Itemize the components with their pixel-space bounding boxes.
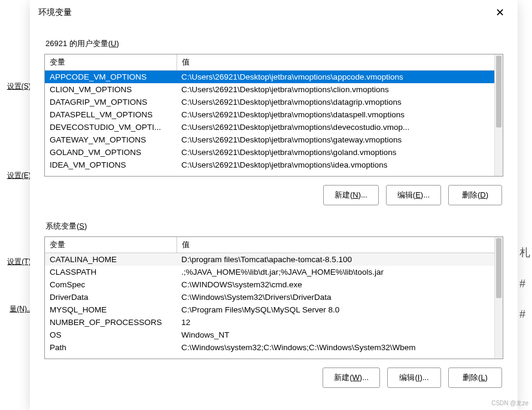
cell-value: C:\Users\26921\Desktop\jetbra\vmoptions\… bbox=[177, 96, 494, 108]
cell-value: D:\program files\Tomcat\apache-tomcat-8.… bbox=[177, 253, 494, 266]
dialog-title: 环境变量 bbox=[38, 7, 72, 18]
cell-variable: DriverData bbox=[45, 291, 177, 303]
cell-variable: DATAGRIP_VM_OPTIONS bbox=[45, 96, 177, 108]
scrollbar-thumb[interactable] bbox=[496, 56, 501, 127]
system-edit-button[interactable]: 编辑(I)... bbox=[387, 368, 441, 388]
cell-variable: GATEWAY_VM_OPTIONS bbox=[45, 133, 177, 146]
cell-value: C:\Users\26921\Desktop\jetbra\vmoptions\… bbox=[177, 121, 494, 133]
scrollbar[interactable] bbox=[494, 54, 503, 176]
user-vars-label: 26921 的用户变量(U) bbox=[45, 38, 503, 49]
scrollbar-thumb[interactable] bbox=[496, 238, 501, 298]
table-row[interactable]: CLASSPATH.;%JAVA_HOME%\lib\dt.jar;%JAVA_… bbox=[45, 266, 494, 278]
cell-variable: DEVECOSTUDIO_VM_OPTI... bbox=[45, 121, 177, 133]
cell-value: Windows_NT bbox=[177, 329, 494, 341]
col-header-value[interactable]: 值 bbox=[177, 54, 494, 71]
cell-variable: NUMBER_OF_PROCESSORS bbox=[45, 316, 177, 329]
table-row[interactable]: MYSQL_HOMEC:\Program Files\MySQL\MySQL S… bbox=[45, 303, 494, 316]
env-variables-dialog: 环境变量 ✕ 26921 的用户变量(U) 变量 值 APPCODE_VM_OP… bbox=[30, 0, 518, 410]
titlebar: 环境变量 ✕ bbox=[30, 0, 518, 25]
table-row[interactable]: DriverDataC:\Windows\System32\Drivers\Dr… bbox=[45, 291, 494, 303]
col-header-variable[interactable]: 变量 bbox=[45, 54, 177, 71]
cell-value: C:\Program Files\MySQL\MySQL Server 8.0 bbox=[177, 303, 494, 316]
cell-value: C:\Users\26921\Desktop\jetbra\vmoptions\… bbox=[177, 83, 494, 96]
cell-value: C:\Users\26921\Desktop\jetbra\vmoptions\… bbox=[177, 159, 494, 171]
user-new-button[interactable]: 新建(N)... bbox=[323, 185, 379, 205]
cell-value: .;%JAVA_HOME%\lib\dt.jar;%JAVA_HOME%\lib… bbox=[177, 266, 494, 278]
system-vars-label: 系统变量(S) bbox=[45, 221, 503, 232]
table-row[interactable]: DATAGRIP_VM_OPTIONSC:\Users\26921\Deskto… bbox=[45, 96, 494, 108]
cell-variable: OS bbox=[45, 329, 177, 341]
bg-glyph: 札 bbox=[519, 245, 530, 260]
table-row[interactable]: DATASPELL_VM_OPTIONSC:\Users\26921\Deskt… bbox=[45, 108, 494, 121]
table-row[interactable]: DEVECOSTUDIO_VM_OPTI...C:\Users\26921\De… bbox=[45, 121, 494, 133]
col-header-variable[interactable]: 变量 bbox=[45, 237, 177, 253]
close-button[interactable]: ✕ bbox=[491, 5, 509, 20]
cell-value: C:\Windows\system32;C:\Windows;C:\Window… bbox=[177, 341, 494, 354]
cell-value: 12 bbox=[177, 316, 494, 329]
cell-value: C:\Users\26921\Desktop\jetbra\vmoptions\… bbox=[177, 146, 494, 159]
cell-value: C:\Windows\System32\Drivers\DriverData bbox=[177, 291, 494, 303]
watermark: CSDN @龙ze bbox=[491, 399, 528, 408]
cell-variable: GOLAND_VM_OPTIONS bbox=[45, 146, 177, 159]
user-vars-table[interactable]: 变量 值 APPCODE_VM_OPTIONSC:\Users\26921\De… bbox=[44, 54, 503, 177]
cell-variable: IDEA_VM_OPTIONS bbox=[45, 159, 177, 171]
table-row[interactable]: NUMBER_OF_PROCESSORS12 bbox=[45, 316, 494, 329]
table-row[interactable]: OSWindows_NT bbox=[45, 329, 494, 341]
col-header-value[interactable]: 值 bbox=[177, 237, 494, 253]
table-row[interactable]: GATEWAY_VM_OPTIONSC:\Users\26921\Desktop… bbox=[45, 133, 494, 146]
cell-value: C:\Users\26921\Desktop\jetbra\vmoptions\… bbox=[177, 133, 494, 146]
system-vars-table[interactable]: 变量 值 CATALINA_HOMED:\program files\Tomca… bbox=[44, 236, 503, 359]
scrollbar[interactable] bbox=[494, 237, 503, 359]
cell-variable: CATALINA_HOME bbox=[45, 253, 177, 266]
system-delete-button[interactable]: 删除(L) bbox=[448, 368, 502, 388]
user-edit-button[interactable]: 编辑(E)... bbox=[386, 185, 441, 205]
cell-variable: DATASPELL_VM_OPTIONS bbox=[45, 108, 177, 121]
bg-glyph: # bbox=[519, 308, 530, 321]
table-row[interactable]: PathC:\Windows\system32;C:\Windows;C:\Wi… bbox=[45, 341, 494, 354]
user-delete-button[interactable]: 删除(D) bbox=[448, 185, 502, 205]
background-panel-right: 札 # # bbox=[517, 0, 532, 410]
cell-variable: APPCODE_VM_OPTIONS bbox=[45, 71, 177, 84]
table-row[interactable]: CATALINA_HOMED:\program files\Tomcat\apa… bbox=[45, 253, 494, 266]
system-new-button[interactable]: 新建(W)... bbox=[323, 368, 380, 388]
cell-value: C:\Users\26921\Desktop\jetbra\vmoptions\… bbox=[177, 71, 494, 84]
table-row[interactable]: ComSpecC:\WINDOWS\system32\cmd.exe bbox=[45, 278, 494, 291]
table-row[interactable]: CLION_VM_OPTIONSC:\Users\26921\Desktop\j… bbox=[45, 83, 494, 96]
table-row[interactable]: IDEA_VM_OPTIONSC:\Users\26921\Desktop\je… bbox=[45, 159, 494, 171]
table-row[interactable]: APPCODE_VM_OPTIONSC:\Users\26921\Desktop… bbox=[45, 71, 494, 84]
bg-glyph: # bbox=[519, 278, 530, 290]
cell-value: C:\Users\26921\Desktop\jetbra\vmoptions\… bbox=[177, 108, 494, 121]
cell-variable: ComSpec bbox=[45, 278, 177, 291]
cell-variable: Path bbox=[45, 341, 177, 354]
cell-variable: CLASSPATH bbox=[45, 266, 177, 278]
cell-value: C:\WINDOWS\system32\cmd.exe bbox=[177, 278, 494, 291]
cell-variable: MYSQL_HOME bbox=[45, 303, 177, 316]
table-row[interactable]: GOLAND_VM_OPTIONSC:\Users\26921\Desktop\… bbox=[45, 146, 494, 159]
cell-variable: CLION_VM_OPTIONS bbox=[45, 83, 177, 96]
